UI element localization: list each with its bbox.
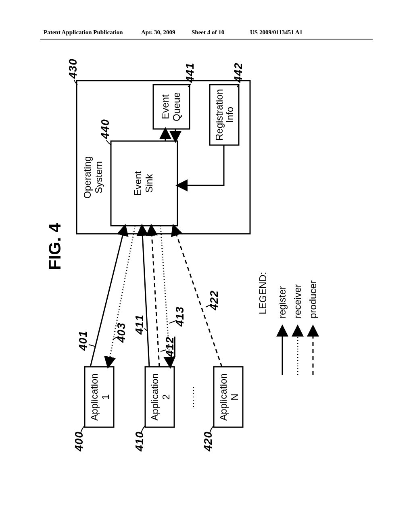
app1-group: Application 1 400 xyxy=(73,367,114,452)
appN-group: Application N 420 xyxy=(202,367,243,452)
arrow-412 xyxy=(151,226,159,367)
ref-411: 411 xyxy=(133,314,146,335)
leader-401 xyxy=(89,345,96,347)
app2-group: Application 2 410 xyxy=(133,367,174,452)
ref-413: 413 xyxy=(173,306,186,327)
arrow-403 xyxy=(108,226,135,367)
ref-420: 420 xyxy=(202,431,214,452)
reg-info-line2: Info xyxy=(224,107,235,123)
ref-400: 400 xyxy=(73,431,85,452)
ref-410: 410 xyxy=(133,431,146,452)
legend-register: register xyxy=(277,286,288,318)
arrow-411 xyxy=(142,226,149,367)
os-line1: Operating xyxy=(82,156,93,198)
appN-line2: N xyxy=(229,393,240,400)
legend-producer: producer xyxy=(307,280,318,318)
event-sink-line2: Sink xyxy=(144,174,154,193)
app2-line2: 2 xyxy=(161,394,171,399)
app1-line1: Application xyxy=(89,373,100,420)
ref-412: 412 xyxy=(163,337,176,357)
app2-line1: Application xyxy=(149,373,160,420)
ref-422: 422 xyxy=(208,290,220,311)
ref-440: 440 xyxy=(99,119,111,139)
ref-442: 442 xyxy=(232,62,244,83)
event-queue-line1: Event xyxy=(160,94,171,119)
ref-403: 403 xyxy=(115,322,127,343)
os-line2: System xyxy=(93,161,104,193)
ref-430: 430 xyxy=(67,58,79,79)
figure-title: FIG. 4 xyxy=(45,223,64,270)
legend-title: LEGEND: xyxy=(257,272,268,314)
ref-401: 401 xyxy=(77,330,89,351)
appN-line1: Application xyxy=(218,373,229,420)
event-queue-line2: Queue xyxy=(171,92,182,121)
reg-info-line1: Registration xyxy=(214,89,225,141)
event-queue-group: Event Queue 441 xyxy=(153,62,196,141)
legend: LEGEND: register receiver producer xyxy=(257,272,318,375)
legend-receiver: receiver xyxy=(292,284,303,318)
event-sink-line1: Event xyxy=(132,171,143,196)
arrow-401 xyxy=(90,226,125,367)
app1-line2: 1 xyxy=(100,394,111,399)
figure-svg: FIG. 4 Application 1 400 Application 2 4… xyxy=(0,0,413,532)
ref-441: 441 xyxy=(184,62,196,83)
